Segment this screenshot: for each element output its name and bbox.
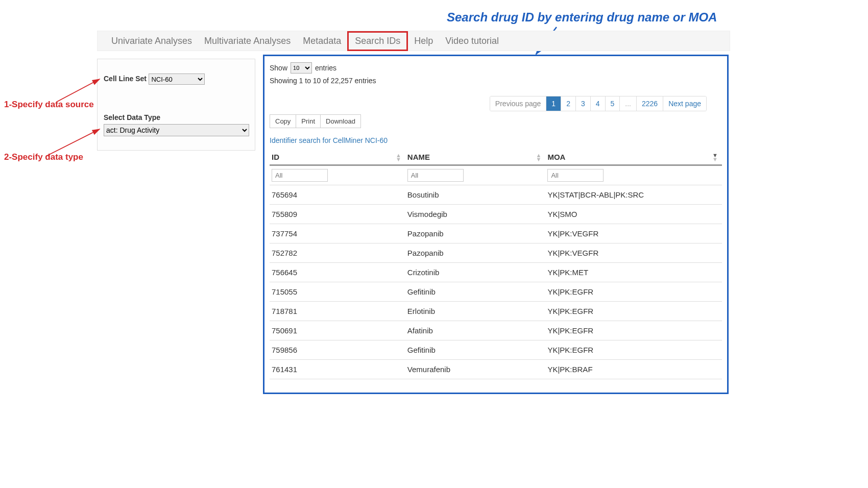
cell-name: Vemurafenib (405, 360, 546, 379)
identifier-search-link[interactable]: Identifier search for CellMiner NCI-60 (270, 136, 722, 144)
showing-count-text: Showing 1 to 10 of 22,257 entries (270, 77, 722, 85)
cell-id: 761431 (270, 360, 405, 379)
cell-id: 752782 (270, 243, 405, 263)
nav-item-multivariate-analyses[interactable]: Multivariate Analyses (198, 33, 297, 50)
cell-moa: YK|PK:VEGFR (545, 243, 722, 263)
cell-moa: YK|STAT|BCR-ABL|PK:SRC (545, 185, 722, 205)
page-4[interactable]: 4 (590, 96, 605, 111)
table-row: 761431VemurafenibYK|PK:BRAF (270, 360, 722, 379)
show-suffix: entries (315, 64, 336, 72)
cell-moa: YK|PK:EGFR (545, 340, 722, 360)
table-row: 715055GefitinibYK|PK:EGFR (270, 282, 722, 302)
page-2226[interactable]: 2226 (636, 96, 663, 111)
col-header-name[interactable]: NAME ▲▼ (405, 150, 546, 165)
cell-name: Pazopanib (405, 243, 546, 263)
cell-moa: YK|PK:EGFR (545, 321, 722, 340)
data-type-select[interactable]: act: Drug Activity (104, 124, 249, 136)
table-row: 765694BosutinibYK|STAT|BCR-ABL|PK:SRC (270, 185, 722, 205)
cell-id: 756645 (270, 263, 405, 282)
sort-icon: ▲▼ (536, 153, 542, 161)
cell-name: Crizotinib (405, 263, 546, 282)
filter-row (270, 165, 722, 185)
header-row: ID ▲▼ NAME ▲▼ MOA ▼▼ (270, 150, 722, 165)
prev-page-button[interactable]: Previous page (490, 96, 546, 111)
cell-line-set-label: Cell Line Set (104, 75, 147, 83)
table-row: 759856GefitinibYK|PK:EGFR (270, 340, 722, 360)
cell-moa: YK|PK:BRAF (545, 360, 722, 379)
copy-button[interactable]: Copy (270, 114, 296, 128)
nav-item-help[interactable]: Help (408, 33, 439, 50)
cell-id: 755809 (270, 205, 405, 224)
svg-line-1 (56, 79, 100, 102)
page-2[interactable]: 2 (561, 96, 575, 111)
cell-name: Afatinib (405, 321, 546, 340)
annotation-left-1: 1-Specify data source (4, 100, 94, 110)
data-table: ID ▲▼ NAME ▲▼ MOA ▼▼ 765694BosutinibYK|S… (270, 150, 722, 379)
table-row: 755809VismodegibYK|SMO (270, 205, 722, 224)
cell-name: Erlotinib (405, 302, 546, 321)
table-row: 750691AfatinibYK|PK:EGFR (270, 321, 722, 340)
cell-moa: YK|SMO (545, 205, 722, 224)
show-prefix: Show (270, 64, 287, 72)
sort-icon: ▲▼ (396, 153, 401, 161)
cell-name: Gefitinib (405, 340, 546, 360)
cell-id: 759856 (270, 340, 405, 360)
annotation-left-2: 2-Specify data type (4, 152, 83, 162)
table-row: 718781ErlotinibYK|PK:EGFR (270, 302, 722, 321)
filter-input-name[interactable] (407, 169, 464, 182)
page-3[interactable]: 3 (575, 96, 590, 111)
table-row: 737754PazopanibYK|PK:VEGFR (270, 224, 722, 243)
entries-select[interactable]: 10 (291, 62, 312, 74)
table-row: 756645CrizotinibYK|PK:MET (270, 263, 722, 282)
filter-input-moa[interactable] (547, 169, 604, 182)
table-row: 752782PazopanibYK|PK:VEGFR (270, 243, 722, 263)
nav-item-video-tutorial[interactable]: Video tutorial (439, 33, 505, 50)
cell-moa: YK|PK:EGFR (545, 302, 722, 321)
page-1[interactable]: 1 (546, 96, 561, 111)
page-5[interactable]: 5 (605, 96, 620, 111)
data-type-heading: Select Data Type (104, 113, 160, 121)
show-entries: Show 10 entries (270, 62, 722, 74)
nav-item-metadata[interactable]: Metadata (297, 33, 347, 50)
cell-name: Vismodegib (405, 205, 546, 224)
sidebar-panel: Cell Line Set NCI-60 Select Data Type ac… (97, 59, 255, 151)
main-region: Show 10 entries Showing 1 to 10 of 22,25… (263, 55, 729, 394)
nav-item-search-ids[interactable]: Search IDs (347, 31, 408, 51)
cell-moa: YK|PK:EGFR (545, 282, 722, 302)
next-page-button[interactable]: Next page (663, 96, 706, 111)
cell-id: 737754 (270, 224, 405, 243)
cell-id: 750691 (270, 321, 405, 340)
col-header-moa[interactable]: MOA ▼▼ (545, 150, 722, 165)
cell-moa: YK|PK:VEGFR (545, 224, 722, 243)
page-...: ... (619, 96, 636, 111)
download-button[interactable]: Download (321, 114, 361, 128)
sort-desc-icon: ▼▼ (712, 153, 718, 161)
print-button[interactable]: Print (296, 114, 321, 128)
nav-bar: Univariate AnalysesMultivariate Analyses… (97, 31, 730, 51)
cell-id: 715055 (270, 282, 405, 302)
col-header-id[interactable]: ID ▲▼ (270, 150, 405, 165)
action-buttons: CopyPrintDownload (270, 114, 361, 128)
filter-input-id[interactable] (272, 169, 328, 182)
nav-item-univariate-analyses[interactable]: Univariate Analyses (105, 33, 198, 50)
cell-moa: YK|PK:MET (545, 263, 722, 282)
annotation-title: Search drug ID by entering drug name or … (447, 10, 717, 25)
cell-name: Bosutinib (405, 185, 546, 205)
cell-name: Gefitinib (405, 282, 546, 302)
cell-id: 765694 (270, 185, 405, 205)
pagination: Previous page12345...2226Next page (490, 96, 707, 111)
cell-id: 718781 (270, 302, 405, 321)
cell-line-set-select[interactable]: NCI-60 (149, 74, 205, 85)
cell-name: Pazopanib (405, 224, 546, 243)
